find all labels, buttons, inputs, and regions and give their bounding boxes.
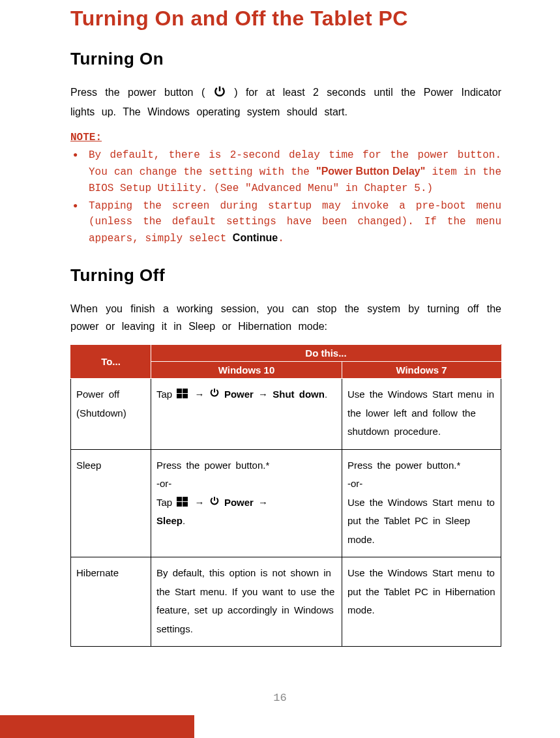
cell-to: Power off (Shutdown) bbox=[71, 379, 151, 450]
cell-w7: Use the Windows Start menu to put the Ta… bbox=[342, 557, 501, 647]
th-do-this: Do this... bbox=[151, 345, 501, 362]
note-list: By default, there is 2-second delay time… bbox=[70, 147, 501, 247]
turning-off-paragraph: When you finish a working session, you c… bbox=[70, 300, 501, 335]
heading-turning-off: Turning Off bbox=[70, 265, 501, 286]
note-item: Tapping the screen during startup may in… bbox=[70, 198, 501, 247]
arrow-right-icon: → bbox=[258, 497, 268, 508]
cell-bold: Sleep bbox=[156, 515, 183, 526]
power-icon bbox=[209, 389, 220, 400]
page-number: 16 bbox=[0, 692, 560, 704]
arrow-right-icon: → bbox=[195, 389, 209, 400]
cell-text: Press the power button.* bbox=[156, 460, 269, 471]
table-row: Power off (Shutdown) Tap → Power → Shut … bbox=[71, 379, 501, 450]
th-windows10: Windows 10 bbox=[151, 362, 342, 379]
windows-logo-icon bbox=[177, 497, 190, 507]
cell-text: . bbox=[325, 389, 327, 400]
arrow-right-icon: → bbox=[195, 497, 209, 508]
cell-to: Sleep bbox=[71, 449, 151, 557]
cell-bold: Power bbox=[224, 389, 258, 400]
cell-text: -or- bbox=[347, 478, 362, 489]
cell-w10: Press the power button.* -or- Tap → Powe… bbox=[151, 449, 342, 557]
cell-w10: Tap → Power → Shut down. bbox=[151, 379, 342, 450]
turning-on-paragraph: Press the power button ( ) for at least … bbox=[70, 83, 501, 121]
cell-w7: Use the Windows Start menu in the lower … bbox=[342, 379, 501, 450]
cell-bold: Power bbox=[224, 497, 258, 508]
footer-accent-bar bbox=[0, 715, 194, 738]
cell-text: . bbox=[183, 515, 185, 526]
cell-text: Use the Windows Start menu to put the Ta… bbox=[347, 497, 495, 545]
note-block: NOTE: By default, there is 2-second dela… bbox=[70, 130, 501, 247]
cell-text: Tap bbox=[156, 389, 177, 400]
heading-turning-on: Turning On bbox=[70, 49, 501, 69]
cell-w7: Press the power button.* -or- Use the Wi… bbox=[342, 449, 501, 557]
power-icon bbox=[209, 497, 220, 508]
para-text-before: Press the power button ( bbox=[70, 87, 213, 98]
table-row: Sleep Press the power button.* -or- Tap … bbox=[71, 449, 501, 557]
cell-to: Hibernate bbox=[71, 557, 151, 647]
note-bold: Continue bbox=[233, 232, 278, 243]
th-to: To... bbox=[71, 345, 151, 379]
power-icon bbox=[213, 85, 226, 103]
windows-logo-icon bbox=[177, 389, 190, 399]
page-content: Turning On and Off the Tablet PC Turning… bbox=[0, 0, 560, 647]
cell-text: Tap bbox=[156, 497, 177, 508]
th-windows7: Windows 7 bbox=[342, 362, 501, 379]
cell-text: Press the power button.* bbox=[347, 460, 460, 471]
note-text: Tapping the screen during startup may in… bbox=[89, 200, 501, 245]
note-bold: "Power Button Delay" bbox=[316, 166, 425, 177]
cell-w10: By default, this option is not shown in … bbox=[151, 557, 342, 647]
note-item: By default, there is 2-second delay time… bbox=[70, 147, 501, 196]
cell-text: -or- bbox=[156, 478, 171, 489]
power-table: To... Do this... Windows 10 Windows 7 Po… bbox=[70, 344, 501, 647]
note-text: . bbox=[278, 233, 284, 244]
note-label: NOTE: bbox=[70, 130, 501, 146]
cell-bold: Shut down bbox=[273, 389, 325, 400]
arrow-right-icon: → bbox=[258, 389, 273, 400]
table-row: Hibernate By default, this option is not… bbox=[71, 557, 501, 647]
page-title: Turning On and Off the Tablet PC bbox=[70, 7, 501, 31]
